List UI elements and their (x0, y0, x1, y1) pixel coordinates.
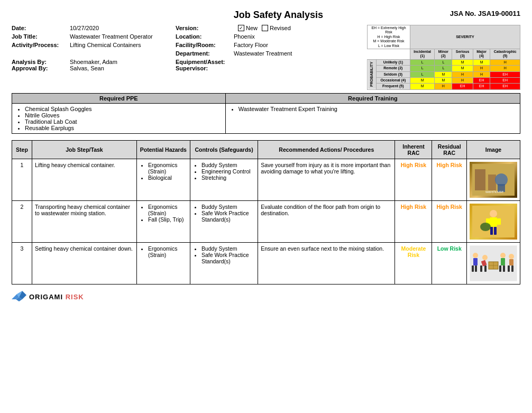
th-task: Job Step/Task (32, 140, 137, 159)
svg-rect-31 (509, 259, 513, 265)
hazards-2: Ergonomics (Strain) Fall (Slip, Trip) (136, 200, 190, 242)
actions-3: Ensure an even surface next to the mixin… (258, 242, 395, 284)
col-serious: Serious (3) (452, 49, 473, 59)
table-row: 3 Setting heavy chemical container down.… (12, 242, 520, 284)
severity-header: SEVERITY (410, 25, 520, 49)
task-2: Transporting heavy chemical container to… (32, 200, 137, 242)
cell-5-1: M (410, 84, 435, 89)
list-item: Engineering Control (201, 168, 255, 175)
equip-block: Equipment/Asset: Supervisor: (176, 59, 362, 71)
analysis-inner: Analysis By: Shoemaker, Adam (12, 59, 176, 65)
origami-logo: ORIGAMI RISK (12, 290, 84, 304)
row-unlikely: Unlikely (1) (376, 59, 410, 65)
list-item: Ergonomics (Strain) (148, 204, 187, 216)
page-title: Job Safety Analysis (107, 10, 450, 21)
svg-text:warehouse: warehouse (485, 190, 503, 194)
cell-5-5: EH (490, 84, 520, 89)
list-item: Wastewater Treatment Expert Training (239, 106, 516, 112)
inherent-3: Moderate Risk (395, 242, 432, 284)
meta-and-matrix: Date: 10/27/2020 Version: ✓ New Revised … (12, 25, 520, 90)
cell-4-4: EH (473, 77, 490, 83)
list-item: Ergonomics (Strain) (148, 245, 187, 258)
matrix-row-0: PROBABILITY Unlikely (1) L L M M H (368, 59, 520, 65)
hazards-list-1: Ergonomics (Strain) Biological (140, 162, 187, 181)
image-2 (467, 200, 520, 242)
svg-rect-8 (490, 217, 497, 227)
th-residual: Residual RAC (432, 140, 467, 159)
list-item: Buddy System (201, 162, 255, 168)
jsa-header-row: Step Job Step/Task Potential Hazards Con… (12, 140, 520, 159)
jobtitle-block: Job Title: Wastewater Treatment Operator (12, 33, 176, 40)
equipment-label: Equipment/Asset: (176, 59, 234, 65)
cell-3-4: H (473, 71, 490, 77)
activity-label: Activity/Process: (12, 42, 70, 48)
task-3: Setting heavy chemical container down. (32, 242, 137, 284)
svg-rect-16 (473, 258, 478, 265)
activity-block: Activity/Process: Lifting Chemical Conta… (12, 42, 176, 48)
th-image: Image (467, 140, 520, 159)
facility-block: Facility/Room: Factory Floor (176, 42, 362, 48)
svg-point-26 (500, 253, 506, 258)
approval-value: Salvas, Sean (70, 65, 176, 71)
dept-block: Department: Wastewater Treatment (176, 50, 362, 57)
actions-1: Save yourself from injury as it is more … (258, 159, 395, 200)
location-label: Location: (176, 33, 234, 40)
ppe-items-cell: Chemical Splash Goggles Nitrile Gloves T… (12, 103, 226, 133)
matrix-table: EH = Extremely High RiskH = High RiskM =… (367, 25, 520, 90)
col-incidental: Incidental (1) (410, 49, 435, 59)
footer: ORIGAMI RISK (12, 290, 520, 304)
inherent-2: High Risk (395, 200, 432, 242)
logo-text: ORIGAMI RISK (29, 293, 84, 301)
revised-checkbox: Revised (262, 25, 291, 31)
jsa-number: JSA No. JSA19-00011 (450, 10, 520, 17)
cell-2-2: L (435, 66, 452, 71)
inherent-1: High Risk (395, 159, 432, 200)
analysis-label: Analysis By: (12, 59, 70, 65)
svg-point-13 (480, 223, 491, 231)
date-label: Date: (12, 25, 70, 31)
svg-rect-11 (490, 227, 493, 235)
image-placeholder-1: warehouse (470, 162, 517, 198)
svg-rect-2 (488, 175, 496, 190)
hazards-list-2: Ergonomics (Strain) Fall (Slip, Trip) (140, 204, 187, 223)
approval-inner: Approval By: Salvas, Sean (12, 65, 176, 71)
people-icon (470, 246, 517, 281)
cell-1-4: M (473, 59, 490, 65)
list-item: Ergonomics (Strain) (148, 162, 187, 175)
cell-1-1: L (410, 59, 435, 65)
controls-list-1: Buddy System Engineering Control Stretch… (193, 162, 255, 181)
cell-2-3: M (452, 66, 473, 71)
supervisor-label: Supervisor: (176, 65, 234, 71)
residual-1: High Risk (432, 159, 467, 200)
location-value: Phoenix (234, 33, 362, 40)
cell-1-3: M (452, 59, 473, 65)
training-items-cell: Wastewater Treatment Expert Training (225, 103, 520, 133)
version-block: Version: ✓ New Revised (176, 25, 362, 31)
svg-rect-27 (501, 258, 505, 265)
svg-rect-21 (480, 265, 482, 272)
controls-list-2: Buddy System Safe Work Practice Standard… (193, 204, 255, 223)
list-item: Stretching (201, 175, 255, 181)
list-item: Buddy System (201, 245, 255, 252)
location-block: Location: Phoenix (176, 33, 362, 40)
row-seldom: Seldom (3) (376, 71, 410, 77)
controls-1: Buddy System Engineering Control Stretch… (190, 159, 258, 200)
svg-point-19 (482, 255, 488, 260)
svg-rect-33 (511, 265, 513, 272)
cell-3-2: M (435, 71, 452, 77)
jobtitle-row: Job Title: Wastewater Treatment Operator… (12, 33, 362, 40)
ppe-header: Required PPE (12, 93, 226, 103)
activity-value: Lifting Chemical Containers (70, 42, 176, 48)
supervisor-inner: Supervisor: (176, 65, 362, 71)
cell-5-3: EH (452, 84, 473, 89)
row-remote: Remote (2) (376, 66, 410, 71)
facility-value: Factory Floor (234, 42, 362, 48)
svg-rect-12 (494, 227, 497, 235)
probability-label: PROBABILITY (368, 59, 377, 89)
svg-rect-1 (475, 169, 485, 190)
controls-list-3: Buddy System Safe Work Practice Standard… (193, 245, 255, 264)
dept-value: Wastewater Treatment (234, 50, 362, 57)
table-row: 1 Lifting heavy chemical container. Ergo… (12, 159, 520, 200)
task-1: Lifting heavy chemical container. (32, 159, 137, 200)
dept-row: Department: Wastewater Treatment (12, 50, 362, 57)
